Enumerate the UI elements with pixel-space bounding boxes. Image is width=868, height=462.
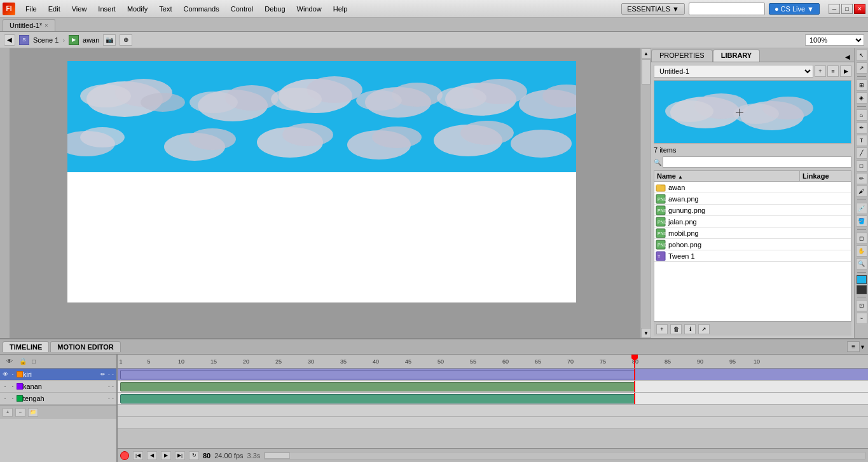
lib-item-mobil-png[interactable]: PNG mobil.png xyxy=(654,228,851,239)
record-button[interactable] xyxy=(120,451,129,460)
layer-vis-kiri[interactable]: 👁 xyxy=(1,371,9,377)
menu-text[interactable]: Text xyxy=(154,3,177,15)
tab-close-icon[interactable]: × xyxy=(45,22,48,29)
timeline-scroll-thumb[interactable] xyxy=(265,452,290,459)
menu-view[interactable]: View xyxy=(67,3,92,15)
document-tab[interactable]: Untitled-1* × xyxy=(3,19,55,31)
loop-button[interactable]: ↻ xyxy=(189,451,199,460)
panel-collapse-button[interactable]: ◀ xyxy=(843,52,853,62)
library-config-button[interactable]: ≡ xyxy=(827,65,839,77)
essentials-button[interactable]: ESSENTIALS ▼ xyxy=(621,3,685,15)
frame-track-kanan[interactable] xyxy=(118,381,868,393)
scene-label[interactable]: Scene 1 xyxy=(33,36,59,44)
lib-add-button[interactable]: + xyxy=(656,324,668,334)
maximize-button[interactable]: □ xyxy=(841,4,853,14)
lib-item-awan-png[interactable]: PNG awan.png xyxy=(654,193,851,205)
layer-vis-kanan[interactable]: · xyxy=(1,383,9,390)
scroll-up-button[interactable]: ▲ xyxy=(641,48,651,58)
smooth-button[interactable]: ~ xyxy=(856,313,867,324)
library-new-button[interactable]: + xyxy=(815,65,826,77)
lasso-tool-button[interactable]: ⌂ xyxy=(856,109,867,121)
step-forward-button[interactable]: ▶| xyxy=(175,451,185,460)
brush-tool-button[interactable]: 🖌 xyxy=(856,186,867,197)
library-search-input[interactable] xyxy=(663,156,851,168)
rewind-button[interactable]: |◀ xyxy=(133,451,143,460)
frames-content[interactable] xyxy=(118,369,868,448)
timeline-options-button[interactable]: ≡ xyxy=(847,341,860,352)
library-tab[interactable]: LIBRARY xyxy=(713,50,760,62)
frame-track-tengah[interactable] xyxy=(118,393,868,405)
close-button[interactable]: ✕ xyxy=(854,4,865,14)
scroll-thumb[interactable] xyxy=(642,59,651,85)
layer-kiri[interactable]: 👁 · kiri ✏ · · xyxy=(0,369,116,381)
free-transform-button[interactable]: ⊞ xyxy=(856,79,867,91)
lib-item-pohon-png[interactable]: PNG pohon.png xyxy=(654,239,851,250)
frame-num-95: 95 xyxy=(729,358,736,365)
eraser-tool-button[interactable]: ◻ xyxy=(856,233,867,244)
vertical-scrollbar[interactable]: ▲ ▼ xyxy=(640,48,651,338)
layer-lock-kiri[interactable]: · xyxy=(9,371,17,377)
layer-kanan[interactable]: · · kanan · · xyxy=(0,381,116,393)
library-arrow-button[interactable]: ▶ xyxy=(840,65,851,77)
menu-commands[interactable]: Commands xyxy=(178,3,224,15)
gradient-button[interactable]: ◈ xyxy=(856,92,867,104)
motion-editor-tab[interactable]: MOTION EDITOR xyxy=(50,341,120,352)
rect-tool-button[interactable]: □ xyxy=(856,160,867,172)
lib-properties-button[interactable]: ℹ xyxy=(684,324,696,334)
step-back-button[interactable]: ◀ xyxy=(147,451,157,460)
search-input[interactable] xyxy=(689,3,765,15)
lib-delete-button[interactable]: 🗑 xyxy=(670,324,682,334)
pen-tool-button[interactable]: ✒ xyxy=(856,122,867,133)
back-button[interactable]: ◀ xyxy=(4,34,15,46)
menu-control[interactable]: Control xyxy=(226,3,258,15)
play-button[interactable]: ▶ xyxy=(161,451,171,460)
library-document-select[interactable]: Untitled-1 xyxy=(654,65,813,78)
cs-live-button[interactable]: ● CS Live ▼ xyxy=(769,3,820,15)
fill-color-swatch[interactable] xyxy=(857,285,867,294)
layer-lock-kanan[interactable]: · xyxy=(9,383,17,390)
pencil-tool-button[interactable]: ✏ xyxy=(856,173,867,184)
menu-modify[interactable]: Modify xyxy=(122,3,153,15)
camera-button[interactable]: 📷 xyxy=(103,34,116,46)
menu-edit[interactable]: Edit xyxy=(43,3,65,15)
lib-item-awan[interactable]: awan xyxy=(654,182,851,193)
eyedropper-tool-button[interactable]: 💉 xyxy=(856,203,867,214)
lib-item-tween1[interactable]: T Tween 1 xyxy=(654,250,851,262)
minimize-button[interactable]: ─ xyxy=(829,4,840,14)
text-tool-button[interactable]: T xyxy=(856,135,867,146)
zoom-select[interactable]: 100% 50% 200% Fit in Window xyxy=(805,34,864,46)
magnet-button[interactable]: ⊕ xyxy=(120,34,132,46)
paint-bucket-button[interactable]: 🪣 xyxy=(856,215,867,227)
menu-debug[interactable]: Debug xyxy=(259,3,290,15)
layer-folder-button[interactable]: 📁 xyxy=(28,408,38,417)
menu-file[interactable]: File xyxy=(20,3,42,15)
frame-track-kiri[interactable] xyxy=(118,369,868,381)
lib-item-gunung-png[interactable]: PNG gunung.png xyxy=(654,205,851,216)
selection-tool-button[interactable]: ↖ xyxy=(856,50,867,61)
add-layer-button[interactable]: + xyxy=(3,408,13,417)
scroll-down-button[interactable]: ▼ xyxy=(641,328,651,338)
subselection-tool-button[interactable]: ↗ xyxy=(856,62,867,74)
snap-to-objects-button[interactable]: ⊡ xyxy=(856,300,867,311)
scroll-track[interactable] xyxy=(641,58,651,328)
zoom-tool-button[interactable]: 🔍 xyxy=(856,258,867,269)
layer-lock-tengah[interactable]: · xyxy=(9,395,17,402)
symbol-label[interactable]: awan xyxy=(83,36,99,44)
symbol-icon: ▶ xyxy=(69,35,79,45)
hand-tool-button[interactable]: ✋ xyxy=(856,245,867,257)
line-tool-button[interactable]: ╱ xyxy=(856,147,867,159)
lib-move-button[interactable]: ↗ xyxy=(698,324,710,334)
lib-item-jalan-png[interactable]: PNG jalan.png xyxy=(654,216,851,228)
layer-vis-tengah[interactable]: · xyxy=(1,395,9,402)
timeline-collapse-button[interactable]: ▼ xyxy=(860,344,865,350)
menu-help[interactable]: Help xyxy=(328,3,353,15)
menu-insert[interactable]: Insert xyxy=(93,3,121,15)
timeline-tab[interactable]: TIMELINE xyxy=(3,341,49,352)
delete-layer-button[interactable]: − xyxy=(15,408,25,417)
canvas-area[interactable] xyxy=(10,48,640,338)
properties-tab[interactable]: PROPERTIES xyxy=(651,50,713,62)
timeline-scrollbar[interactable] xyxy=(264,452,865,459)
stroke-color-swatch[interactable] xyxy=(857,275,867,284)
menu-window[interactable]: Window xyxy=(292,3,327,15)
layer-tengah[interactable]: · · tengah · · xyxy=(0,393,116,405)
